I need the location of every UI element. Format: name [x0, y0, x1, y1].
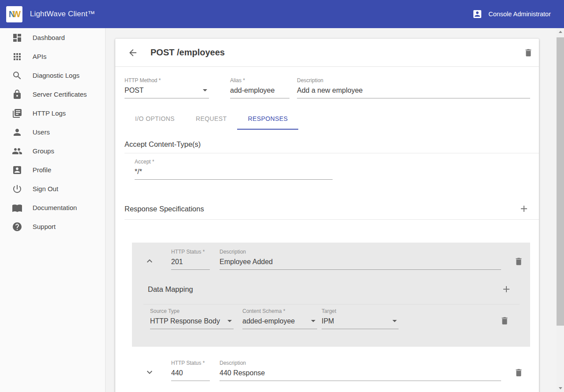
http-method-value: POST: [125, 86, 144, 95]
scrollbar-thumb[interactable]: [557, 37, 564, 326]
account-box-icon: [12, 165, 22, 175]
accept-input[interactable]: */*: [135, 165, 333, 180]
source-type-label: Source Type: [150, 308, 234, 315]
delete-data-mapping-button[interactable]: [498, 315, 511, 327]
scroll-down-icon: [559, 387, 562, 389]
add-response-spec-button[interactable]: [518, 203, 530, 215]
account-label: Console Administrator: [488, 11, 551, 18]
spec-description-value: Employee Added: [220, 258, 273, 266]
content-schema-label: Content Schema *: [242, 308, 317, 315]
delete-response-spec-button[interactable]: [513, 255, 525, 268]
http-status-input[interactable]: 440: [171, 367, 210, 381]
chevron-down-icon: [311, 320, 315, 322]
chevron-up-icon: [144, 256, 155, 266]
chevron-down-icon: [227, 320, 232, 322]
vertical-scrollbar[interactable]: [557, 28, 564, 392]
sidebar-item-users[interactable]: Users: [0, 123, 105, 142]
sidebar-item-label: Support: [33, 223, 56, 230]
tab-request[interactable]: REQUEST: [185, 109, 237, 130]
sidebar-item-label: Sign Out: [33, 185, 58, 192]
trash-icon: [514, 368, 524, 377]
endpoint-tabs: I/O OPTIONS REQUEST RESPONSES: [125, 109, 539, 130]
logs-icon: [12, 108, 22, 119]
description-input[interactable]: Add a new employee: [297, 84, 530, 98]
sidebar-item-http-logs[interactable]: HTTP Logs: [0, 104, 105, 123]
http-status-input[interactable]: 201: [171, 255, 210, 270]
sidebar-item-profile[interactable]: Profile: [0, 160, 105, 179]
scroll-up-icon: [559, 31, 562, 33]
sidebar-item-support[interactable]: Support: [0, 217, 105, 236]
http-method-select[interactable]: POST: [125, 84, 209, 98]
account-button[interactable]: Console Administrator: [472, 9, 551, 19]
data-mapping-title: Data Mapping: [148, 285, 193, 294]
sidebar: Dashboard APIs Diagnostic Logs Server Ce…: [0, 28, 106, 392]
accept-section-title: Accept Content-Type(s): [125, 140, 201, 149]
chevron-down-icon: [144, 367, 155, 377]
endpoint-form-row: HTTP Method * POST Alias * add-employee …: [115, 67, 539, 98]
power-icon: [12, 184, 22, 194]
search-icon: [12, 70, 22, 81]
collapse-spec-button[interactable]: [143, 255, 156, 267]
sidebar-item-server-certificates[interactable]: Server Certificates: [0, 85, 105, 104]
plus-icon: [501, 284, 512, 294]
sidebar-item-sign-out[interactable]: Sign Out: [0, 179, 105, 198]
add-data-mapping-button[interactable]: [500, 283, 513, 295]
sidebar-item-dashboard[interactable]: Dashboard: [0, 28, 105, 47]
spec-description-value: 440 Response: [220, 369, 265, 377]
chevron-down-icon: [203, 89, 207, 91]
scroll-down-button[interactable]: [557, 385, 564, 392]
plus-icon: [519, 203, 529, 214]
spec-description-input[interactable]: 440 Response: [220, 367, 501, 381]
source-type-select[interactable]: HTTP Response Body: [150, 315, 234, 329]
spec-description-label: Description: [220, 360, 501, 367]
delete-endpoint-button[interactable]: [522, 47, 535, 59]
app-title: LightWave Client™: [30, 10, 95, 18]
target-value: IPM: [322, 317, 334, 326]
delete-response-spec-button[interactable]: [513, 367, 525, 379]
spec-description-input[interactable]: Employee Added: [220, 255, 501, 270]
page-title: POST /employees: [150, 47, 225, 58]
spec-description-label: Description: [220, 249, 501, 255]
http-status-field: HTTP Status * 440: [171, 360, 210, 381]
book-icon: [12, 203, 22, 213]
target-field: Target IPM: [322, 308, 399, 329]
source-type-field: Source Type HTTP Response Body: [150, 308, 234, 329]
tab-io-options[interactable]: I/O OPTIONS: [125, 109, 185, 130]
data-mapping-row: Source Type HTTP Response Body Content S…: [132, 305, 530, 329]
http-method-label: HTTP Method *: [125, 77, 209, 84]
http-status-value: 440: [171, 369, 183, 377]
sidebar-item-label: Users: [33, 128, 50, 136]
sidebar-item-apis[interactable]: APIs: [0, 47, 105, 66]
content-schema-select[interactable]: added-employee: [242, 315, 317, 329]
http-method-field: HTTP Method * POST: [125, 77, 209, 98]
accept-value: */*: [135, 167, 142, 176]
back-button[interactable]: [127, 47, 139, 59]
sidebar-item-label: Groups: [33, 147, 54, 155]
sidebar-item-diagnostic-logs[interactable]: Diagnostic Logs: [0, 66, 105, 85]
tab-responses[interactable]: RESPONSES: [237, 109, 298, 130]
http-status-label: HTTP Status *: [171, 360, 210, 367]
alias-field: Alias * add-employee: [230, 77, 289, 98]
trash-icon: [500, 316, 509, 326]
source-type-value: HTTP Response Body: [150, 317, 220, 326]
scroll-up-button[interactable]: [557, 28, 564, 36]
http-status-label: HTTP Status *: [171, 249, 210, 255]
help-icon: [12, 221, 22, 232]
expand-spec-button[interactable]: [143, 366, 156, 378]
main-content: POST /employees HTTP Method * POST Alias…: [106, 28, 557, 392]
description-label: Description: [297, 77, 530, 84]
app-header: NW LightWave Client™ Console Administrat…: [0, 0, 564, 28]
sidebar-item-label: Server Certificates: [33, 91, 87, 98]
target-select[interactable]: IPM: [322, 315, 399, 329]
trash-icon: [524, 48, 533, 58]
sidebar-item-groups[interactable]: Groups: [0, 142, 105, 160]
sidebar-item-label: HTTP Logs: [33, 109, 66, 117]
alias-input[interactable]: add-employee: [230, 84, 289, 98]
response-specs-section: Response Specifications HTTP Status * 20…: [115, 203, 539, 381]
logo-letter-w: W: [12, 9, 20, 19]
people-icon: [12, 146, 22, 156]
response-specs-title: Response Specifications: [125, 205, 204, 213]
sidebar-item-documentation[interactable]: Documentation: [0, 198, 105, 217]
endpoint-card-header: POST /employees: [115, 39, 539, 67]
divider: [125, 153, 539, 153]
